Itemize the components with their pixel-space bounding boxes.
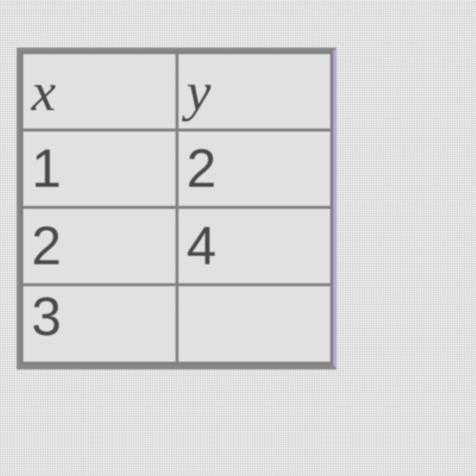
table-row: 3 [22,285,332,364]
cell-y-3 [177,285,332,364]
table-row: 1 2 [22,130,332,208]
cell-x-2: 2 [22,208,177,285]
header-y: y [177,53,332,130]
table-row: 2 4 [22,208,332,285]
data-table-container: x y 1 2 2 4 3 [17,48,337,369]
data-table: x y 1 2 2 4 3 [20,51,333,365]
cell-x-3: 3 [22,285,177,364]
cell-x-1: 1 [22,130,177,208]
cell-y-1: 2 [177,130,332,208]
header-x: x [22,53,177,130]
cell-y-2: 4 [177,208,332,285]
table-header-row: x y [22,53,332,130]
